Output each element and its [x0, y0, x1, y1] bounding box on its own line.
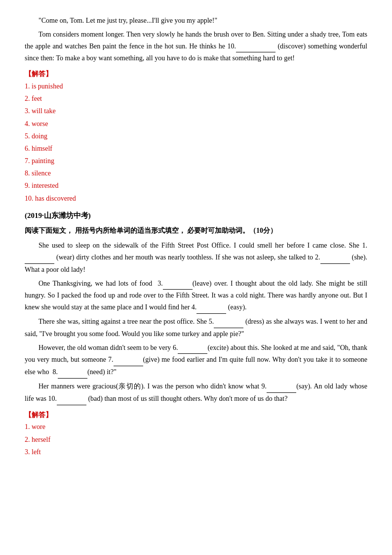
passage2-para4: However, the old woman didn't seem to be…: [25, 342, 367, 379]
blank-5-p2: [214, 316, 243, 328]
passage2: She used to sleep on the sidewalk of the…: [25, 240, 367, 405]
answer-item-1-1: 1. is punished: [25, 80, 367, 92]
blank-2-p2: [320, 252, 350, 264]
blank-6-p2: [178, 342, 207, 354]
answer-item-1-5: 5. doing: [25, 130, 367, 142]
answer-item-2-1: 1. wore: [25, 421, 367, 433]
answer-item-2-3: 3. left: [25, 446, 367, 458]
answer-label-1: 【解答】: [25, 68, 367, 80]
instruction2: 阅读下面短文， 用括号内所给单词的适当形式填空， 必要时可加助动词。（10分）: [25, 225, 367, 237]
blank-10-p1: [236, 41, 275, 53]
passage2-para5: Her manners were gracious(亲切的). I was th…: [25, 381, 367, 405]
passage2-para3: There she was, sitting against a tree ne…: [25, 316, 367, 340]
answer-item-1-8: 8. silence: [25, 167, 367, 179]
answer-item-1-7: 7. painting: [25, 155, 367, 167]
answer-items-2: 1. wore 2. herself 3. left: [25, 421, 367, 458]
blank-1-p2: [25, 252, 54, 264]
answer-item-1-10: 10. has discovered: [25, 192, 367, 205]
answer-section-1: 【解答】 1. is punished 2. feet 3. will take…: [25, 68, 367, 205]
answer-item-1-2: 2. feet: [25, 92, 367, 105]
passage2-para1: She used to sleep on the sidewalk of the…: [25, 240, 367, 275]
page-content: "Come on, Tom. Let me just try, please..…: [25, 15, 367, 458]
section2-title: (2019·山东潍坊中考): [25, 210, 367, 222]
blank-8-p2: [58, 366, 87, 379]
passage2-para2: One Thanksgiving, we had lots of food 3.…: [25, 278, 367, 314]
answer-items-1: 1. is punished 2. feet 3. will take 4. w…: [25, 80, 367, 205]
passage1-line2: Tom considers moment longer. Then very s…: [25, 29, 367, 64]
blank-9-p2: [267, 381, 296, 393]
answer-label-2: 【解答】: [25, 409, 367, 421]
answer-item-2-2: 2. herself: [25, 433, 367, 446]
answer-section-2: 【解答】 1. wore 2. herself 3. left: [25, 409, 367, 458]
answer-item-1-9: 9. interested: [25, 179, 367, 192]
answer-item-1-6: 6. himself: [25, 142, 367, 155]
answer-item-1-4: 4. worse: [25, 118, 367, 130]
blank-10-p2: [57, 393, 86, 405]
passage1-line1: "Come on, Tom. Let me just try, please..…: [25, 15, 367, 27]
blank-4-p2: [196, 301, 226, 314]
blank-3-p2: [163, 278, 193, 290]
blank-7-p2: [114, 354, 143, 366]
answer-item-1-3: 3. will take: [25, 105, 367, 117]
